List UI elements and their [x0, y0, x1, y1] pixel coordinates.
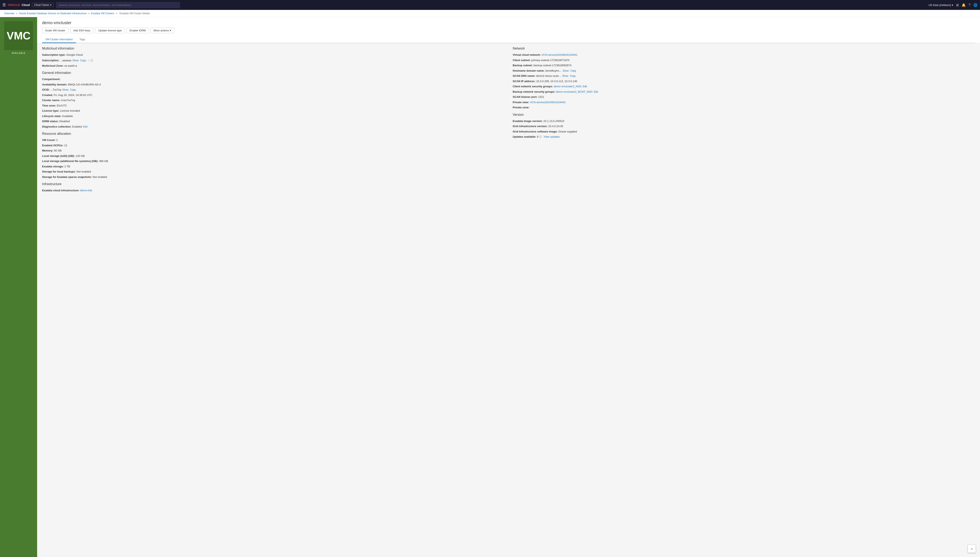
page-header: demo-vmcluster Scale VM cluster Add SSH … — [37, 17, 980, 43]
license-type-row: License type: License included — [42, 109, 505, 113]
cloud-classic-badge[interactable]: Cloud Classic ▾ — [32, 3, 54, 7]
help-fab-icon: ⊞ — [971, 548, 973, 550]
vcn-link[interactable]: VCN-service20240816104441 — [542, 53, 578, 56]
backup-nsg-link[interactable]: demo-vmcluster2_BCKP_NSG — [556, 90, 593, 93]
content-area: demo-vmcluster Scale VM cluster Add SSH … — [37, 17, 980, 557]
availability-domain-row: Availability domain: BWQr:US-ASHBURN-AD-… — [42, 83, 505, 87]
enable-iorm-button[interactable]: Enable IORM — [127, 28, 149, 33]
hostname-row: Hostname domain name: dxnwfksyhx... Show… — [513, 69, 975, 73]
vm-count-row: VM Count: 2 — [42, 138, 505, 142]
time-zone-row: Time zone: Etc/UTC — [42, 104, 505, 108]
main-layout: VMC AVAILABLE demo-vmcluster Scale VM cl… — [0, 17, 980, 557]
diagnostics-edit-button[interactable]: Edit — [83, 125, 88, 128]
search-input[interactable] — [56, 2, 180, 8]
iorm-status-row: IORM status: Disabled — [42, 119, 505, 124]
help-icon[interactable]: ? — [969, 3, 970, 7]
page-title: demo-vmcluster — [42, 20, 975, 25]
breadcrumb-exadata[interactable]: Oracle Exadata Database Service on Dedic… — [19, 12, 87, 15]
top-navigation: ☰ ORACLE Cloud Cloud Classic ▾ US East (… — [0, 0, 980, 10]
lifecycle-state-row: Lifecycle state: Available — [42, 114, 505, 118]
memory-row: Memory: 60 GB — [42, 148, 505, 153]
private-view-link[interactable]: VCN-service20240816104441 — [530, 101, 566, 104]
exadata-cloud-link[interactable]: demo-infa — [80, 189, 92, 192]
compartment-row: Compartment: — [42, 77, 505, 81]
breadcrumb-overview[interactable]: Overview — [4, 12, 15, 15]
chevron-down-icon: ▾ — [170, 29, 171, 32]
subscription-show-button[interactable]: Show — [72, 59, 79, 62]
ocid-show-button[interactable]: Show — [62, 88, 69, 91]
tab-tags[interactable]: Tags — [76, 36, 88, 43]
info-right: Network Virtual cloud network: VCN-servi… — [513, 47, 975, 194]
scale-vm-cluster-button[interactable]: Scale VM cluster — [42, 28, 68, 33]
nav-left: ☰ ORACLE Cloud Cloud Classic ▾ — [2, 3, 54, 7]
multicloud-section-title: Multicloud information — [42, 47, 505, 50]
client-nsg-row: Client network security groups: demo-vmc… — [513, 85, 975, 88]
info-icon: ⓘ — [91, 59, 93, 62]
help-fab[interactable]: ⊞ — [968, 545, 976, 553]
backup-subnet-row: Backup subnet: backup-subnet-17238190928… — [513, 64, 975, 67]
version-section-title: Version — [513, 113, 975, 117]
add-ssh-keys-button[interactable]: Add SSH keys — [70, 28, 94, 33]
scan-listener-row: SCAN listener port: 1521 — [513, 95, 975, 99]
backup-nsg-row: Backup network security groups: demo-vmc… — [513, 90, 975, 94]
updates-info-icon: ⓘ — [539, 135, 542, 138]
info-body: Multicloud information Subscription type… — [37, 43, 980, 197]
view-updates-link[interactable]: View updates — [544, 135, 560, 138]
breadcrumb-clusters[interactable]: Exadata VM Clusters — [91, 12, 114, 15]
subscription-type-row: Subscription type: Google Cloud — [42, 53, 505, 57]
bell-icon[interactable]: 🔔 — [962, 3, 966, 7]
backup-nsg-edit-button[interactable]: Edit — [593, 90, 599, 93]
breadcrumb: Overview » Oracle Exadata Database Servi… — [0, 10, 980, 17]
client-nsg-edit-button[interactable]: Edit — [582, 85, 587, 88]
grid-infra-row: Grid infrastructure version: 23.4.0.24.0… — [513, 124, 975, 129]
scan-dns-copy-button[interactable]: Copy — [570, 75, 576, 77]
warning-icon: ⚠ — [87, 59, 90, 62]
subscription-row: Subscription: ...aaaaaa Show Copy ⚠ ⓘ — [42, 58, 505, 62]
region-selector[interactable]: US East (Ashburn) ▾ — [929, 3, 953, 7]
status-badge: AVAILABLE — [12, 52, 26, 54]
oracle-logo: ORACLE Cloud — [8, 3, 30, 7]
sparse-snapshots-row: Storage for Exadata sparse snapshots: No… — [42, 175, 505, 179]
breadcrumb-current: Exadata VM Cluster Details — [120, 12, 150, 15]
scan-ip-row: SCAN IP address: 10.3.0.209, 10.3.0.113,… — [513, 79, 975, 83]
ocid-row: OCID: ...7xx7xq Show Copy — [42, 88, 505, 92]
resource-allocation-section-title: Resource allocation — [42, 132, 505, 135]
left-panel: VMC AVAILABLE — [0, 17, 37, 557]
vcn-row: Virtual cloud network: VCN-service202408… — [513, 53, 975, 57]
grid-software-row: Grid Infrastructure software image: Orac… — [513, 130, 975, 134]
tab-vm-cluster-info[interactable]: VM Cluster Information — [42, 36, 76, 43]
nav-right: US East (Ashburn) ▾ ⊞ 🔔 ? 🌐 — [929, 3, 978, 7]
hostname-show-button[interactable]: Show — [562, 69, 569, 72]
client-subnet-row: Client subnet: primary-subnet-1723819071… — [513, 58, 975, 62]
globe-icon[interactable]: 🌐 — [974, 3, 978, 7]
updates-available-row: Updates available: 6 ⓘ View updates — [513, 135, 975, 139]
grid-icon[interactable]: ⊞ — [956, 3, 959, 7]
local-storage-afs-row: Local storage (additional file systems) … — [42, 159, 505, 163]
diagnostics-row: Diagnostics collection: Enabled Edit — [42, 125, 505, 129]
exadata-cloud-row: Exadata cloud infrastructure: demo-infa — [42, 189, 505, 192]
hostname-copy-button[interactable]: Copy — [570, 69, 577, 72]
vmc-icon: VMC — [4, 21, 33, 50]
subscription-copy-button[interactable]: Copy — [80, 59, 86, 62]
scan-dns-show-button[interactable]: Show — [562, 75, 569, 77]
created-row: Created: Fri, Aug 16, 2024, 14:39:42 UTC — [42, 93, 505, 97]
enabled-ocpus-row: Enabled OCPUs: 12 — [42, 143, 505, 148]
exadata-storage-row: Exadata storage: 2 TB — [42, 164, 505, 169]
tabs: VM Cluster Information Tags — [42, 36, 975, 43]
multicloud-zone-row: Multicloud Zone: us-east4-a — [42, 64, 505, 68]
hamburger-menu-icon[interactable]: ☰ — [2, 3, 6, 7]
exadata-image-row: Exadata image version: 23.1.13.0.240510 — [513, 119, 975, 123]
private-zone-row: Private zone: — [513, 106, 975, 109]
update-license-type-button[interactable]: Update license type — [95, 28, 125, 33]
general-section-title: General information — [42, 71, 505, 75]
more-actions-button[interactable]: More actions ▾ — [151, 28, 174, 33]
private-view-row: Private view: VCN-service20240816104441 — [513, 100, 975, 104]
network-section-title: Network — [513, 47, 975, 50]
cluster-name-row: Cluster name: cl-bo7xx7xq — [42, 98, 505, 103]
info-left: Multicloud information Subscription type… — [42, 47, 505, 194]
local-backups-row: Storage for local backups: Not enabled — [42, 169, 505, 174]
ocid-copy-button[interactable]: Copy — [70, 88, 76, 91]
client-nsg-link[interactable]: demo-vmcluster2_NSG — [554, 85, 582, 88]
scan-dns-row: SCAN DNS name: demo2-sesuv-scan... Show … — [513, 74, 975, 78]
infrastructure-section-title: Infrastructure — [42, 182, 505, 186]
